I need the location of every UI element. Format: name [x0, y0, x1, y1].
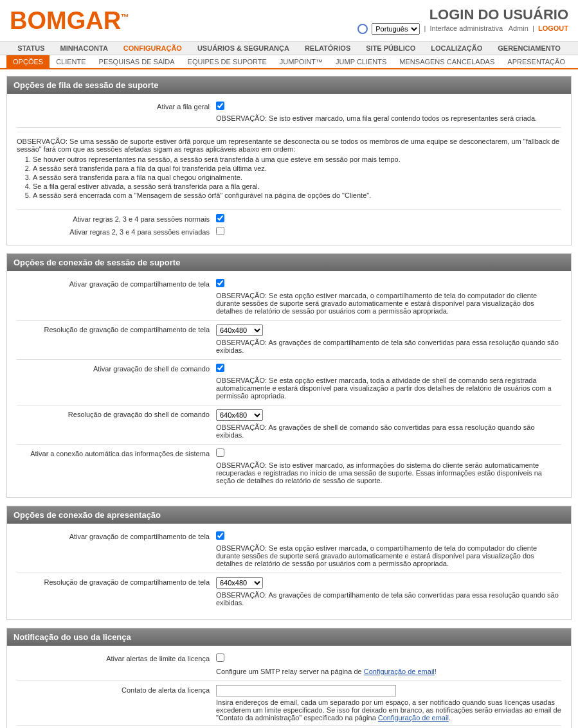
- admin-label: Admin: [509, 24, 528, 32]
- subnav-cliente[interactable]: CLIENTE: [50, 55, 92, 68]
- header: BOMGAR™ LOGIN DO USUÁRIO Português Engli…: [0, 0, 578, 42]
- subnav-pesquisas[interactable]: PESQUISAS DE SAÍDA: [93, 55, 181, 68]
- auto-sysinfo-label: Ativar a conexão automática das informaç…: [17, 448, 216, 459]
- subnav-apresentacao[interactable]: APRESENTAÇÃO: [501, 55, 572, 68]
- shell-record-note: OBSERVAÇÃO: Se esta opção estiver marcad…: [216, 377, 561, 400]
- subnav-equipes[interactable]: EQUIPES DE SUPORTE: [181, 55, 273, 68]
- general-queue-control: [216, 102, 561, 111]
- nav-configuracao[interactable]: CONFIGURAÇÃO: [116, 42, 190, 55]
- shell-resolution-select[interactable]: 640x480 1024x768 1280x720: [216, 409, 263, 421]
- globe-icon: [357, 24, 368, 34]
- orphan-rule-4: Se a fila geral estiver ativada, a sessã…: [33, 182, 561, 190]
- section-connection-options: Opções de conexão de sessão de suporte A…: [6, 253, 572, 498]
- orphan-rule-3: A sessão será transferida para a fila na…: [33, 173, 561, 181]
- screen-share-record-note: OBSERVAÇÃO: Se esta opção estiver marcad…: [216, 292, 561, 315]
- auto-sysinfo-checkbox[interactable]: [216, 448, 224, 457]
- smtp-relay-text: Configure um SMTP relay server na página…: [216, 668, 561, 675]
- orphan-rule-1: Se houver outros representantes na sessã…: [33, 155, 561, 163]
- rule23-normal-checkbox[interactable]: [216, 214, 224, 222]
- pres-screen-share-note: OBSERVAÇÃO: Se esta opção estiver marcad…: [216, 544, 561, 567]
- subnav-opcoes[interactable]: OPÇÕES: [6, 55, 50, 68]
- section-queue-body: Ativar a fila geral OBSERVAÇÃO: Se isto …: [7, 94, 571, 245]
- orphan-rules-list: Se houver outros representantes na sessã…: [33, 155, 561, 199]
- shell-resolution-label: Resolução de gravação do shell de comand…: [17, 409, 216, 420]
- nav-sitepublico[interactable]: SITE PÚBLICO: [358, 42, 423, 55]
- pres-resolution-note: OBSERVAÇÃO: As gravações de compartilham…: [216, 591, 561, 607]
- subnav-mensagens[interactable]: MENSAGENS CANCELADAS: [393, 55, 501, 68]
- alert-contact-note: Insira endereços de email, cada um separ…: [216, 698, 561, 722]
- activate-alerts-label: Ativar alertas de limite da licença: [17, 653, 216, 664]
- screen-share-resolution-select[interactable]: 640x480 1024x768 1280x720: [216, 324, 263, 336]
- nav-top: STATUS MINHACONTA CONFIGURAÇÃO USUÁRIOS …: [0, 42, 578, 55]
- nav-usuarios[interactable]: USUÁRIOS & SEGURANÇA: [190, 42, 297, 55]
- smtp-config-link[interactable]: Configuração de email: [364, 668, 435, 675]
- general-queue-note: OBSERVAÇÃO: Se isto estiver marcado, uma…: [216, 114, 561, 122]
- section-presentation-body: Ativar gravação de compartilhamento de t…: [7, 524, 571, 619]
- subnav-jumpclients[interactable]: JUMP CLIENTS: [329, 55, 393, 68]
- section-queue-options: Opções de fila de sessão de suporte Ativ…: [6, 76, 572, 245]
- shell-record-label: Ativar gravação de shell de comando: [17, 364, 216, 374]
- pres-resolution-select[interactable]: 640x480 1024x768 1280x720: [216, 577, 263, 589]
- orphan-session-info: OBSERVAÇÃO: Se uma sessão de suporte est…: [17, 132, 561, 206]
- screen-share-record-checkbox[interactable]: [216, 279, 224, 287]
- screen-share-resolution-label: Resolução de gravação de compartilhament…: [17, 324, 216, 335]
- section-presentation-options: Opções de conexão de apresentação Ativar…: [6, 506, 572, 620]
- nav-status[interactable]: STATUS: [10, 42, 52, 55]
- pres-resolution-label: Resolução de gravação de compartilhament…: [17, 577, 216, 587]
- header-title: LOGIN DO USUÁRIO: [357, 6, 568, 23]
- general-queue-checkbox[interactable]: [216, 102, 224, 110]
- nav-sub: OPÇÕES CLIENTE PESQUISAS DE SAÍDA EQUIPE…: [0, 55, 578, 69]
- screen-share-record-label: Ativar gravação de compartilhamento de t…: [17, 279, 216, 289]
- header-right: LOGIN DO USUÁRIO Português English | Int…: [357, 6, 568, 35]
- subnav-jumpoint[interactable]: JUMPOINT™: [273, 55, 329, 68]
- logout-link[interactable]: LOGOUT: [538, 24, 568, 32]
- pres-screen-share-checkbox[interactable]: [216, 531, 224, 540]
- orphan-rule-2: A sessão será transferida para a fila da…: [33, 164, 561, 172]
- interface-label: Interface administrativa: [429, 24, 503, 32]
- section-license-header: Notificação do uso da licença: [7, 628, 571, 646]
- language-select[interactable]: Português English: [372, 23, 420, 35]
- shell-resolution-note: OBSERVAÇÃO: As gravações de shell de com…: [216, 423, 561, 439]
- rule23-normal-label: Ativar regras 2, 3 e 4 para sessões norm…: [17, 214, 216, 224]
- section-license-options: Notificação do uso da licença Ativar ale…: [6, 628, 572, 728]
- nav-localizacao[interactable]: LOCALIZAÇÃO: [423, 42, 490, 55]
- nav-minhaconta[interactable]: MINHACONTA: [53, 42, 116, 55]
- auto-sysinfo-note: OBSERVAÇÃO: Se isto estiver marcado, as …: [216, 461, 561, 484]
- nav-gerenciamento[interactable]: GERENCIAMENTO: [490, 42, 568, 55]
- section-connection-body: Ativar gravação de compartilhamento de t…: [7, 271, 571, 497]
- alert-contact-label: Contato de alerta da licença: [17, 685, 216, 695]
- section-presentation-header: Opções de conexão de apresentação: [7, 506, 571, 524]
- screen-share-resolution-note: OBSERVAÇÃO: As gravações de compartilham…: [216, 339, 561, 354]
- orphan-rule-5: A sessão será encerrada com a "Mensagem …: [33, 191, 561, 199]
- logo: BOMGAR™: [10, 7, 129, 35]
- alert-contact-config-link[interactable]: Configuração de email: [378, 714, 449, 722]
- header-subtitle: Português English | Interface administra…: [357, 23, 568, 35]
- section-license-body: Ativar alertas de limite da licença Conf…: [7, 646, 571, 728]
- nav-relatorios[interactable]: RELATÓRIOS: [297, 42, 358, 55]
- alert-contact-input[interactable]: [216, 685, 396, 697]
- rule23-sent-label: Ativar regras 2, 3 e 4 para sessões envi…: [17, 227, 216, 237]
- pres-screen-share-label: Ativar gravação de compartilhamento de t…: [17, 531, 216, 542]
- shell-record-checkbox[interactable]: [216, 364, 224, 372]
- section-connection-header: Opções de conexão de sessão de suporte: [7, 254, 571, 271]
- general-queue-label: Ativar a fila geral: [17, 102, 216, 112]
- activate-alerts-checkbox[interactable]: [216, 653, 224, 662]
- rule23-sent-checkbox[interactable]: [216, 227, 224, 235]
- section-queue-header: Opções de fila de sessão de suporte: [7, 76, 571, 94]
